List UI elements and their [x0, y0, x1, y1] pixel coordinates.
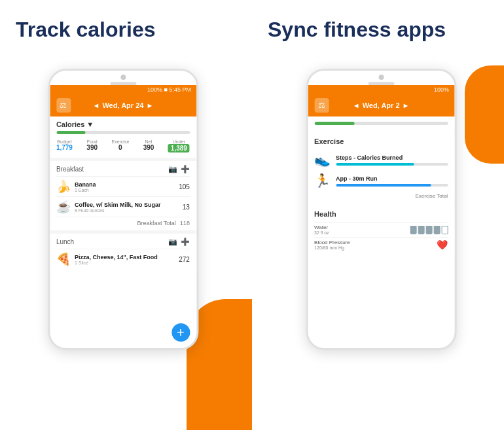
- food-item-banana[interactable]: 🍌 Banana 1 Each 105: [56, 176, 190, 196]
- right-progress-fill: [314, 122, 354, 125]
- next-arrow-right[interactable]: ►: [403, 101, 410, 109]
- left-title: Track calories: [0, 0, 252, 53]
- pizza-emoji: 🍕: [56, 252, 71, 266]
- run-bar-track: [336, 184, 448, 187]
- calories-progress-fill: [56, 131, 86, 134]
- exercise-label: Exercise: [314, 137, 448, 145]
- cup-3: [425, 226, 432, 234]
- date-text-right: Wed, Apr 2: [363, 101, 400, 109]
- phone-left: 100% ■ 5:45 PM ⚖ ◄ Wed, Apr 24 ►: [48, 69, 198, 350]
- right-title: Sync fitness apps: [252, 0, 504, 53]
- exercise-section: Exercise 👟 Steps - Calories Burned 🏃 App…: [308, 134, 454, 203]
- stat-exercise: Exercise 0: [111, 139, 129, 152]
- exercise-total-label: Exercise Total: [415, 193, 448, 199]
- pizza-name: Pizza, Cheese, 14", Fast Food: [75, 254, 158, 260]
- camera-icon-lunch[interactable]: 📷: [168, 238, 177, 246]
- date-nav-left[interactable]: ◄ Wed, Apr 24 ►: [93, 101, 154, 109]
- health-item-bp: Blood Pressure 120/80 mm Hg ❤️: [314, 237, 448, 252]
- status-bar-left: 100% ■ 5:45 PM: [50, 85, 196, 94]
- breakfast-total-value: 118: [180, 220, 190, 226]
- health-label: Health: [314, 210, 448, 218]
- app-header-right: ⚖ ◄ Wed, Apr 2 ►: [308, 94, 454, 116]
- steps-icon: 👟: [314, 152, 331, 168]
- heart-icon: ❤️: [437, 240, 448, 250]
- banana-desc: 1 Each: [75, 188, 96, 192]
- date-text-left: Wed, Apr 24: [102, 101, 143, 109]
- bp-label: Blood Pressure: [314, 240, 350, 245]
- main-container: Track calories 100% ■ 5:45 PM ⚖ ◄ We: [0, 0, 504, 430]
- pizza-desc: 1 Slice: [75, 260, 158, 265]
- run-bar-fill: [336, 184, 431, 187]
- date-nav-right[interactable]: ◄ Wed, Apr 2 ►: [353, 101, 410, 109]
- phone-top-left: [50, 71, 196, 85]
- cup-4: [433, 226, 440, 234]
- camera-left: [120, 75, 126, 80]
- pizza-cal: 272: [179, 256, 190, 263]
- right-panel: Sync fitness apps 100% ⚖ ◄ Wed, Apr: [252, 0, 504, 430]
- banana-cal: 105: [179, 183, 190, 190]
- phone-right: 100% ⚖ ◄ Wed, Apr 2 ►: [306, 69, 456, 350]
- fab-add-button[interactable]: +: [171, 323, 190, 342]
- health-item-water: Water 32 fl oz: [314, 222, 448, 237]
- cup-5: [441, 226, 448, 234]
- stat-under: Under 1,389: [168, 139, 190, 152]
- orange-decoration-right: [465, 65, 504, 164]
- breakfast-icons[interactable]: 📷 ➕: [168, 165, 190, 173]
- stat-food: Food 390: [86, 139, 98, 152]
- water-cups: [410, 226, 448, 234]
- breakfast-header: Breakfast 📷 ➕: [56, 165, 190, 173]
- lunch-title: Lunch: [56, 238, 74, 245]
- breakfast-total-label: Breakfast Total: [137, 220, 175, 226]
- status-bar-right: 100%: [308, 85, 454, 94]
- breakfast-title: Breakfast: [56, 166, 84, 173]
- stat-budget: Budget 1,779: [56, 139, 73, 152]
- prev-arrow-right[interactable]: ◄: [353, 101, 360, 109]
- run-name: App - 30m Run: [336, 175, 448, 182]
- cup-1: [410, 226, 416, 234]
- phone-top-right: [308, 71, 454, 85]
- camera-right: [378, 75, 384, 80]
- lunch-icons[interactable]: 📷 ➕: [168, 238, 190, 246]
- speaker-right: [368, 82, 394, 85]
- water-label: Water: [314, 224, 329, 230]
- app-icon-left: ⚖: [56, 98, 71, 113]
- calories-header: Calories ▼ Budget 1,779 Food 390: [50, 116, 196, 158]
- calories-label[interactable]: Calories ▼: [56, 120, 190, 128]
- run-icon: 🏃: [314, 173, 331, 188]
- prev-arrow-left[interactable]: ◄: [93, 101, 100, 109]
- app-body-left: Calories ▼ Budget 1,779 Food 390: [50, 116, 196, 273]
- camera-icon[interactable]: 📷: [168, 165, 177, 173]
- weight-icon: ⚖: [60, 101, 67, 110]
- cup-2: [418, 226, 424, 234]
- breakfast-section: Breakfast 📷 ➕ 🍌 Banana 1 Each: [50, 161, 196, 230]
- speaker-left: [110, 82, 136, 85]
- calories-progress-track: [56, 131, 190, 134]
- steps-name: Steps - Calories Burned: [336, 154, 448, 161]
- exercise-item-run[interactable]: 🏃 App - 30m Run: [314, 170, 448, 191]
- exercise-total-row: Exercise Total: [314, 191, 448, 199]
- breakfast-total: Breakfast Total 118: [56, 217, 190, 226]
- weight-icon-right: ⚖: [318, 101, 325, 110]
- exercise-item-steps[interactable]: 👟 Steps - Calories Burned: [314, 149, 448, 170]
- coffee-desc: 8 Fluid ounces: [75, 208, 161, 213]
- app-header-left: ⚖ ◄ Wed, Apr 24 ►: [50, 94, 196, 116]
- lunch-section: Lunch 📷 ➕ 🍕 Pizza, Cheese, 14", Fast Foo…: [50, 234, 196, 273]
- lunch-header: Lunch 📷 ➕: [56, 238, 190, 246]
- food-item-pizza[interactable]: 🍕 Pizza, Cheese, 14", Fast Food 1 Slice …: [56, 249, 190, 269]
- status-text-right: 100%: [434, 86, 449, 93]
- stat-net: Net 390: [143, 139, 154, 152]
- right-progress-container: [308, 116, 454, 130]
- add-icon-lunch[interactable]: ➕: [181, 238, 190, 246]
- coffee-cal: 13: [183, 204, 190, 211]
- steps-bar-fill: [336, 163, 414, 166]
- right-progress-track: [314, 122, 448, 125]
- food-item-coffee[interactable]: ☕ Coffee, w/ Skim Milk, No Sugar 8 Fluid…: [56, 196, 190, 217]
- left-panel: Track calories 100% ■ 5:45 PM ⚖ ◄ We: [0, 0, 252, 430]
- water-value: 32 fl oz: [314, 230, 329, 235]
- next-arrow-left[interactable]: ►: [146, 101, 153, 109]
- banana-emoji: 🍌: [56, 179, 71, 194]
- coffee-emoji: ☕: [56, 200, 71, 214]
- add-icon[interactable]: ➕: [181, 165, 190, 173]
- coffee-name: Coffee, w/ Skim Milk, No Sugar: [75, 202, 161, 208]
- app-icon-right: ⚖: [314, 98, 329, 113]
